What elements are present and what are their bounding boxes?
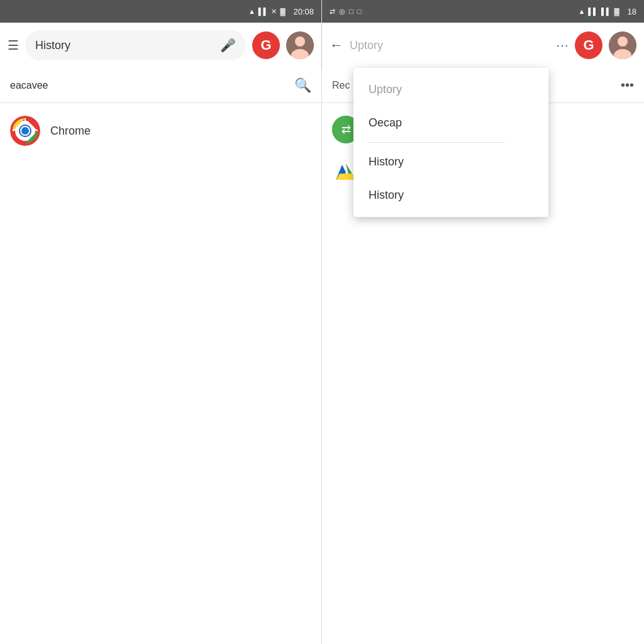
hamburger-icon[interactable]: ☰: [8, 38, 19, 53]
left-search-text: History: [35, 39, 215, 52]
svg-point-1: [295, 36, 305, 47]
wifi-icon: ▲: [248, 8, 255, 15]
square-icon: □: [349, 8, 353, 15]
more-icon[interactable]: ⋯: [556, 38, 569, 53]
google-button[interactable]: G: [252, 31, 280, 59]
row-more-icon[interactable]: •••: [621, 78, 634, 92]
x-signal-icon: ✕: [271, 8, 277, 16]
right-status-bar: ⇄ ◎ □ □ ▲ ▌▌ ▌▌ ▓ 18: [322, 0, 644, 23]
battery-icon: ▓: [280, 8, 285, 15]
square2-icon: □: [357, 8, 362, 15]
chrome-icon: [10, 116, 40, 146]
dropdown-item-history2[interactable]: History: [353, 179, 548, 212]
dropdown-item-oecap[interactable]: Oecap: [353, 106, 548, 140]
app-name: Chrome: [50, 125, 91, 138]
left-app-list: Chrome: [0, 103, 321, 644]
usb-icon: ⇄: [330, 8, 335, 16]
right-avatar[interactable]: [609, 31, 636, 59]
svg-point-12: [618, 36, 628, 47]
left-panel: ▲ ▌▌ ✕ ▓ 20:08 ☰ History 🎤 G eacavee 🔍: [0, 0, 322, 644]
right-signal-icon: ▌▌: [588, 8, 598, 15]
dropdown-menu: Uptory Oecap History History: [353, 68, 548, 217]
toolbar-title: Uptory: [350, 39, 550, 52]
left-search-row: eacavee 🔍: [0, 68, 321, 103]
right-battery-icon: ▓: [614, 8, 619, 15]
right-panel: ⇄ ◎ □ □ ▲ ▌▌ ▌▌ ▓ 18 ← Uptory ⋯ G Rec: [322, 0, 644, 644]
search-query: eacavee: [10, 80, 289, 91]
right-toolbar: ← Uptory ⋯ G: [322, 23, 644, 68]
svg-text:⇄: ⇄: [341, 123, 351, 136]
avatar[interactable]: [286, 31, 314, 59]
right-signal2-icon: ▌▌: [601, 8, 611, 15]
dropdown-item-uptory[interactable]: Uptory: [353, 73, 548, 106]
dropdown-divider: [369, 142, 505, 143]
search-icon[interactable]: 🔍: [294, 77, 311, 94]
right-status-icons-right: ▲ ▌▌ ▌▌ ▓ 18: [578, 7, 636, 16]
list-item[interactable]: Chrome: [0, 108, 321, 153]
right-status-icons-left: ⇄ ◎ □ □: [330, 8, 361, 16]
mic-icon[interactable]: 🎤: [220, 38, 236, 53]
right-google-button[interactable]: G: [575, 31, 602, 59]
rec-label: Rec: [332, 80, 350, 91]
left-toolbar: ☰ History 🎤 G: [0, 23, 321, 68]
left-time: 20:08: [293, 7, 314, 16]
right-wifi-icon: ▲: [578, 8, 585, 15]
right-time: 18: [628, 7, 636, 16]
left-status-bar: ▲ ▌▌ ✕ ▓ 20:08: [0, 0, 321, 23]
back-icon[interactable]: ←: [330, 37, 343, 53]
left-search-bar[interactable]: History 🎤: [25, 30, 246, 60]
signal-icon: ▌▌: [258, 8, 269, 15]
dropdown-item-history1[interactable]: History: [353, 145, 548, 179]
left-status-icons: ▲ ▌▌ ✕ ▓ 20:08: [248, 7, 314, 16]
circle-icon: ◎: [339, 8, 345, 16]
svg-point-7: [21, 127, 29, 135]
